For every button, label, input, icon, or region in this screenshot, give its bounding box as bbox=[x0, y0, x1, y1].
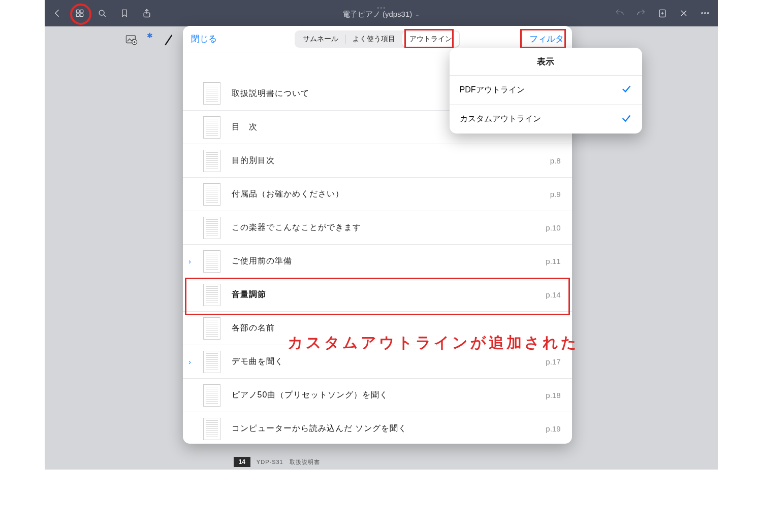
redo-icon[interactable] bbox=[636, 8, 647, 19]
new-icon[interactable] bbox=[657, 8, 668, 19]
svg-point-14 bbox=[707, 13, 709, 14]
page-footer: 14 YDP-S31 取扱説明書 bbox=[234, 454, 320, 470]
page-thumbnail bbox=[203, 183, 220, 206]
outline-page: p.19 bbox=[546, 424, 560, 433]
page-thumbnail bbox=[203, 217, 220, 239]
outline-row[interactable]: 目的別目次p.8 bbox=[183, 144, 572, 177]
subtoolbar: ✱ bbox=[123, 31, 176, 48]
bluetooth-icon: ✱ bbox=[147, 31, 153, 40]
svg-line-5 bbox=[103, 15, 105, 17]
page-number: 14 bbox=[234, 457, 250, 467]
outline-label: ご使用前の準備 bbox=[232, 256, 546, 267]
outline-label: 各部の名前 bbox=[232, 323, 561, 334]
outline-label: デモ曲を聞く bbox=[232, 356, 546, 367]
bookmark-icon[interactable] bbox=[119, 8, 130, 19]
document-title[interactable]: 電子ピアノ (ydps31)⌄ bbox=[342, 10, 420, 19]
popover-title: 表示 bbox=[450, 48, 642, 76]
outline-row[interactable]: ピアノ50曲（プリセットソング）を聞くp.18 bbox=[183, 378, 572, 412]
outline-label: この楽器でこんなことができます bbox=[232, 222, 546, 233]
page-thumbnail bbox=[203, 250, 220, 273]
outline-page: p.14 bbox=[546, 290, 560, 299]
outline-page: p.11 bbox=[546, 257, 560, 265]
page-thumbnail bbox=[203, 284, 220, 306]
outline-row[interactable]: 音量調節p.14 bbox=[183, 278, 572, 311]
outline-label: ピアノ50曲（プリセットソング）を聞く bbox=[232, 390, 546, 401]
outline-row[interactable]: この楽器でこんなことができますp.10 bbox=[183, 211, 572, 244]
filter-option-label: PDFアウトライン bbox=[460, 85, 525, 95]
pen-icon[interactable] bbox=[160, 31, 176, 48]
svg-point-13 bbox=[704, 13, 706, 14]
more-icon[interactable] bbox=[700, 8, 711, 19]
svg-rect-0 bbox=[76, 10, 79, 13]
page-thumbnail bbox=[203, 82, 220, 105]
svg-rect-1 bbox=[80, 10, 83, 13]
outline-page: p.10 bbox=[546, 223, 560, 232]
outline-page: p.17 bbox=[546, 357, 560, 366]
outline-row[interactable]: ›ご使用前の準備p.11 bbox=[183, 244, 572, 278]
tab-thumbnails[interactable]: サムネール bbox=[296, 31, 345, 47]
search-icon[interactable] bbox=[97, 8, 108, 19]
tab-outline[interactable]: アウトライン bbox=[402, 31, 459, 47]
titlebar: 電子ピアノ (ydps31)⌄ bbox=[45, 0, 718, 26]
page-title: YDP-S31 取扱説明書 bbox=[257, 458, 320, 466]
svg-point-12 bbox=[701, 13, 703, 14]
filter-option[interactable]: PDFアウトライン bbox=[450, 76, 642, 105]
svg-rect-3 bbox=[80, 14, 83, 17]
insert-image-icon[interactable] bbox=[123, 31, 140, 48]
grid-icon[interactable] bbox=[74, 8, 85, 19]
annotation-text: カスタムアウトラインが追加された bbox=[288, 332, 579, 353]
back-icon[interactable] bbox=[52, 8, 63, 19]
close-button[interactable]: 閉じる bbox=[191, 33, 217, 45]
share-icon[interactable] bbox=[141, 8, 152, 19]
filter-option-label: カスタムアウトライン bbox=[460, 114, 541, 124]
page-thumbnail bbox=[203, 116, 220, 139]
outline-label: 音量調節 bbox=[232, 289, 546, 300]
chevron-right-icon[interactable]: › bbox=[184, 358, 196, 366]
outline-row[interactable]: 付属品（お確かめください）p.9 bbox=[183, 177, 572, 211]
check-icon bbox=[621, 83, 632, 96]
page-thumbnail bbox=[203, 150, 220, 172]
page-thumbnail bbox=[203, 351, 220, 373]
tab-favorites[interactable]: よく使う項目 bbox=[345, 31, 402, 47]
page-thumbnail bbox=[203, 384, 220, 407]
outline-page: p.18 bbox=[546, 391, 560, 400]
svg-rect-2 bbox=[76, 14, 79, 17]
outline-row[interactable]: コンピューターから読み込んだ ソングを聞くp.19 bbox=[183, 412, 572, 444]
filter-popover: 表示 PDFアウトラインカスタムアウトライン bbox=[450, 48, 642, 134]
outline-label: 目的別目次 bbox=[232, 155, 550, 166]
outline-label: 付属品（お確かめください） bbox=[232, 189, 550, 200]
page-thumbnail bbox=[203, 317, 220, 340]
filter-button[interactable]: フィルタ bbox=[529, 33, 564, 45]
filter-option[interactable]: カスタムアウトライン bbox=[450, 105, 642, 134]
svg-point-4 bbox=[99, 10, 104, 15]
page-thumbnail bbox=[203, 418, 220, 440]
closepanel-icon[interactable] bbox=[678, 8, 689, 19]
outline-label: コンピューターから読み込んだ ソングを聞く bbox=[232, 423, 546, 434]
chevron-right-icon[interactable]: › bbox=[184, 257, 196, 265]
outline-page: p.9 bbox=[550, 190, 561, 198]
check-icon bbox=[621, 113, 632, 126]
segmented-control: サムネール よく使う項目 アウトライン bbox=[295, 30, 460, 48]
outline-page: p.8 bbox=[550, 156, 561, 165]
undo-icon[interactable] bbox=[614, 8, 625, 19]
